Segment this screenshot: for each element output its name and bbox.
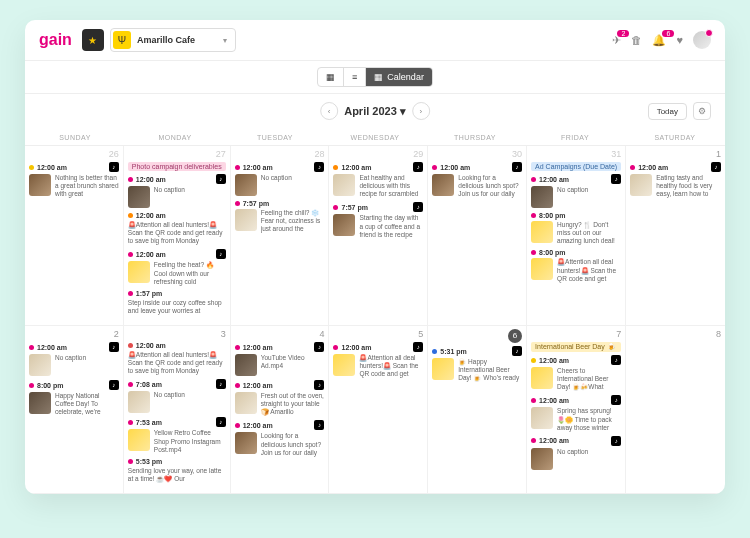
calendar-post[interactable]: 12:00 am🚨Attention all deal hunters!🚨 Sc… — [128, 342, 226, 375]
calendar-post[interactable]: 12:00 am♪No caption — [531, 174, 621, 208]
calendar-post[interactable]: 12:00 am♪No caption — [235, 162, 325, 196]
calendar-post[interactable]: 12:00 am♪Looking for a delicious lunch s… — [235, 420, 325, 456]
post-caption: No caption — [261, 174, 292, 196]
post-caption: YouTube Video Ad.mp4 — [261, 354, 325, 376]
avatar[interactable] — [693, 31, 711, 49]
calendar-post[interactable]: 12:00 am♪Cheers to International Beer Da… — [531, 355, 621, 391]
calendar-post[interactable]: 12:00 am♪No caption — [531, 436, 621, 470]
archive-icon[interactable]: 🗑 — [631, 34, 642, 46]
day-number: 4 — [235, 329, 325, 339]
calendar-cell[interactable]: 3012:00 am♪Looking for a delicious lunch… — [428, 146, 527, 326]
calendar-post[interactable]: 7:57 pmFeeling the chill? ❄️ Fear not, c… — [235, 200, 325, 233]
settings-button[interactable]: ⚙ — [693, 102, 711, 120]
calendar-post[interactable]: 5:53 pmSending love your way, one latte … — [128, 458, 226, 483]
today-button[interactable]: Today — [648, 103, 687, 120]
post-time: 7:08 am — [136, 381, 162, 388]
chevron-down-icon: ▾ — [400, 105, 406, 118]
post-caption: No caption — [557, 186, 588, 208]
calendar-cell[interactable]: 2812:00 am♪No caption7:57 pmFeeling the … — [231, 146, 330, 326]
chevron-down-icon: ▾ — [223, 36, 227, 45]
send-icon[interactable]: ✈2 — [612, 34, 621, 47]
tiktok-icon: ♪ — [413, 162, 423, 172]
calendar-post[interactable]: 12:00 am♪Eat healthy and delicious with … — [333, 162, 423, 198]
calendar-cell[interactable]: 31Ad Campaigns (Due Date)12:00 am♪No cap… — [527, 146, 626, 326]
post-thumbnail — [531, 186, 553, 208]
event-banner[interactable]: Ad Campaigns (Due Date) — [531, 162, 621, 171]
post-time: 8:00 pm — [37, 382, 63, 389]
status-dot — [128, 343, 133, 348]
calendar-cell[interactable]: 27Photo campaign deliverables12:00 am♪No… — [124, 146, 231, 326]
status-dot — [333, 165, 338, 170]
tiktok-icon: ♪ — [512, 162, 522, 172]
post-caption: Starting the day with a cup of coffee an… — [359, 214, 423, 238]
post-time: 12:00 am — [243, 344, 273, 351]
next-month[interactable]: › — [412, 102, 430, 120]
post-caption: No caption — [55, 354, 86, 376]
calendar-cell[interactable]: 212:00 am♪No caption8:00 pm♪Happy Nation… — [25, 326, 124, 494]
calendar-cell[interactable]: 7International Beer Day 🍺12:00 am♪Cheers… — [527, 326, 626, 494]
calendar-cell[interactable]: 512:00 am♪🚨Attention all deal hunters!🚨 … — [329, 326, 428, 494]
calendar-post[interactable]: 12:00 am♪Eating tasty and healthy food i… — [630, 162, 721, 198]
calendar-post[interactable]: 7:53 am♪Yellow Retro Coffee Shop Promo I… — [128, 417, 226, 453]
post-thumbnail — [432, 358, 454, 380]
post-caption: 🚨Attention all deal hunters!🚨 Scan the Q… — [359, 354, 423, 378]
calendar-cell[interactable]: 312:00 am🚨Attention all deal hunters!🚨 S… — [124, 326, 231, 494]
post-caption: Nothing is better than a great brunch sh… — [55, 174, 119, 198]
post-caption: 🚨Attention all deal hunters!🚨 Scan the Q… — [128, 221, 226, 245]
tiktok-icon: ♪ — [413, 342, 423, 352]
calendar-post[interactable]: 12:00 am♪🚨Attention all deal hunters!🚨 S… — [333, 342, 423, 378]
calendar-post[interactable]: 12:00 am♪Spring has sprung! 🌷🌼 Time to p… — [531, 395, 621, 431]
calendar-post[interactable]: 12:00 am♪YouTube Video Ad.mp4 — [235, 342, 325, 376]
calendar-cell[interactable]: 65:31 pm♪🍺 Happy International Beer Day!… — [428, 326, 527, 494]
calendar-post[interactable]: 12:00 am♪Looking for a delicious lunch s… — [432, 162, 522, 198]
post-thumbnail — [128, 391, 150, 413]
view-calendar[interactable]: ▦ Calendar — [365, 68, 432, 86]
day-number: 2 — [29, 329, 119, 339]
view-grid[interactable]: ▦ — [318, 68, 343, 86]
post-caption: Feeling the heat? 🔥 Cool down with our r… — [154, 261, 226, 285]
month-title[interactable]: April 2023▾ — [344, 105, 406, 118]
workspace-switch[interactable]: ★ — [82, 29, 104, 51]
post-thumbnail — [531, 367, 553, 389]
calendar-post[interactable]: 12:00 am♪No caption — [29, 342, 119, 376]
heart-icon[interactable]: ♥ — [676, 34, 683, 46]
post-time: 12:00 am — [539, 357, 569, 364]
calendar-post[interactable]: 8:00 pmHungry? 🍴 Don't miss out on our a… — [531, 212, 621, 245]
day-number: 28 — [235, 149, 325, 159]
status-dot — [128, 252, 133, 257]
post-thumbnail — [235, 354, 257, 376]
calendar-post[interactable]: 12:00 am♪Nothing is better than a great … — [29, 162, 119, 198]
view-list[interactable]: ≡ — [343, 68, 365, 86]
calendar-post[interactable]: 12:00 am♪No caption — [128, 174, 226, 208]
tiktok-icon: ♪ — [216, 249, 226, 259]
post-thumbnail — [128, 429, 150, 451]
calendar-cell[interactable]: 8 — [626, 326, 725, 494]
prev-month[interactable]: ‹ — [320, 102, 338, 120]
calendar-post[interactable]: 1:57 pmStep inside our cozy coffee shop … — [128, 290, 226, 315]
month-nav: ‹ April 2023▾ › Today ⚙ — [25, 94, 725, 128]
calendar-post[interactable]: 12:00 am🚨Attention all deal hunters!🚨 Sc… — [128, 212, 226, 245]
account-select[interactable]: Ψ Amarillo Cafe ▾ — [110, 28, 236, 52]
calendar-post[interactable]: 7:57 pm♪Starting the day with a cup of c… — [333, 202, 423, 238]
status-dot — [531, 358, 536, 363]
calendar-post[interactable]: 12:00 am♪Fresh out of the oven, straight… — [235, 380, 325, 416]
status-dot — [29, 383, 34, 388]
calendar-cell[interactable]: 112:00 am♪Eating tasty and healthy food … — [626, 146, 725, 326]
post-thumbnail — [531, 258, 553, 280]
bell-icon[interactable]: 🔔6 — [652, 34, 666, 47]
calendar-post[interactable]: 7:08 am♪No caption — [128, 379, 226, 413]
post-thumbnail — [432, 174, 454, 196]
calendar-cell[interactable]: 2612:00 am♪Nothing is better than a grea… — [25, 146, 124, 326]
post-time: 12:00 am — [243, 382, 273, 389]
weekday-label: MONDAY — [125, 134, 225, 141]
calendar-post[interactable]: 8:00 pm🚨Attention all deal hunters!🚨 Sca… — [531, 249, 621, 282]
calendar-post[interactable]: 8:00 pm♪Happy National Coffee Day! To ce… — [29, 380, 119, 416]
event-banner[interactable]: Photo campaign deliverables — [128, 162, 226, 171]
event-banner[interactable]: International Beer Day 🍺 — [531, 342, 621, 352]
calendar-post[interactable]: 5:31 pm♪🍺 Happy International Beer Day! … — [432, 346, 522, 382]
calendar-cell[interactable]: 412:00 am♪YouTube Video Ad.mp412:00 am♪F… — [231, 326, 330, 494]
calendar-cell[interactable]: 2912:00 am♪Eat healthy and delicious wit… — [329, 146, 428, 326]
status-dot — [128, 420, 133, 425]
calendar-post[interactable]: 12:00 am♪Feeling the heat? 🔥 Cool down w… — [128, 249, 226, 285]
tiktok-icon: ♪ — [512, 346, 522, 356]
